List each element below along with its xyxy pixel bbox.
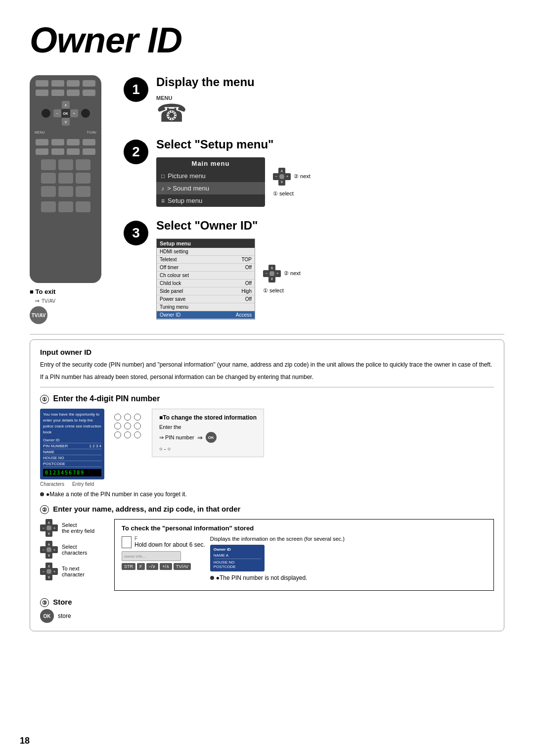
owner-id-screen: You now have the opportunity to enter yo… — [40, 409, 104, 479]
strip-btn-str[interactable]: STR — [122, 563, 135, 570]
nav-cross-chars: ∧ ∨ − + — [40, 541, 58, 559]
snc-center — [279, 174, 284, 179]
num-btn-6[interactable] — [76, 173, 90, 184]
step-3: 3 Select "Owner ID" Setup menu HDMI sett… — [124, 219, 504, 320]
remote-btn-13[interactable] — [36, 148, 48, 155]
ok-btn-store[interactable]: OK — [40, 609, 54, 623]
hold-down-row: F Hold down for about 6 sec. — [122, 536, 205, 548]
strip-btn-vol[interactable]: −/∨ — [146, 563, 159, 570]
remote-btn-3[interactable] — [67, 80, 80, 87]
info-box-text2: If a PIN number has already been stored,… — [40, 373, 494, 382]
menu-item-picture[interactable]: □ Picture menu — [156, 170, 265, 182]
menu-item-sound[interactable]: ♪ > Sound menu — [156, 182, 265, 194]
change-range: ○ - ○ — [159, 446, 257, 452]
num-btn-8[interactable] — [58, 186, 73, 197]
remote-btn-5[interactable] — [36, 90, 48, 96]
step-2-menu-display: Main menu □ Picture menu ♪ > Sound menu … — [156, 157, 504, 207]
num-btn-9[interactable] — [76, 186, 90, 197]
main-menu-box: Main menu □ Picture menu ♪ > Sound menu … — [156, 157, 265, 207]
num-btn-5[interactable] — [58, 173, 73, 184]
remote-btn-6[interactable] — [51, 90, 64, 96]
store-row: OK store — [40, 609, 494, 623]
picture-menu-label: Picture menu — [168, 172, 206, 180]
exit-btn-circle-row: TV/AV — [30, 306, 109, 324]
remote-btn-14[interactable] — [51, 148, 64, 155]
substep1-layout: You now have the opportunity to enter yo… — [40, 409, 494, 487]
dot-5 — [124, 423, 131, 429]
step-3-content: Select "Owner ID" Setup menu HDMI settin… — [156, 219, 504, 320]
info-divider — [40, 387, 494, 387]
arrow-seq: ⇒ PIN number ⇒ OK — [159, 432, 257, 443]
remote-btn-8[interactable] — [83, 90, 95, 96]
strip-btn-tvav[interactable]: TV/AV — [174, 563, 191, 570]
nav-instructions: ∧ ∨ − + Selectthe entry field ∧ ∨ − + — [40, 519, 104, 591]
bottom-btn-2[interactable] — [58, 201, 73, 212]
bottom-btn-3[interactable] — [76, 201, 90, 212]
ni3-right: + — [51, 568, 58, 575]
remote-circle-right[interactable] — [81, 109, 90, 118]
setup-row-ownerid[interactable]: Owner IDAccess — [157, 311, 255, 319]
menu-item-setup[interactable]: ≡ Setup menu — [156, 194, 265, 207]
remote-second-row — [34, 90, 97, 96]
num-btn-1[interactable] — [41, 159, 56, 170]
num-btn-3[interactable] — [76, 159, 90, 170]
nav-ok-btn[interactable]: OK — [60, 108, 71, 119]
bottom-btn-1[interactable] — [41, 201, 56, 212]
oid-small-name: NAME A — [214, 553, 261, 559]
num-btn-4[interactable] — [41, 173, 56, 184]
f-label: F — [134, 536, 205, 541]
setup-row-chcolour: Ch colour set — [157, 272, 255, 280]
info-box-title: Input owner ID — [40, 348, 494, 356]
info-box-text1: Entry of the security code (PIN number) … — [40, 360, 494, 370]
oid-row-house: HOUSE NO — [43, 455, 101, 461]
picture-icon: □ — [161, 173, 165, 180]
substep1-screen-area: You now have the opportunity to enter yo… — [40, 409, 104, 487]
info-box: Input owner ID Entry of the security cod… — [30, 339, 504, 631]
step3-hint-select: ① select — [263, 287, 301, 294]
step3-hint-next: ∧ ∨ − + ② next — [263, 265, 301, 283]
nav-instr-3-text: To nextcharacter — [62, 566, 85, 577]
remote-btn-16[interactable] — [83, 148, 95, 155]
strip-btn-vol2[interactable]: +/∧ — [160, 563, 172, 570]
remote-top-row — [34, 80, 97, 87]
char-label-chars: Characters — [40, 481, 64, 487]
remote-bottom-btns — [41, 201, 90, 212]
ni1-center — [46, 525, 51, 530]
num-btn-2[interactable] — [58, 159, 73, 170]
sub-step-2-title: ② Enter your name, address, and zip code… — [40, 505, 494, 514]
remote-btn-12[interactable] — [83, 139, 95, 145]
f-button-box[interactable] — [122, 536, 132, 548]
remote-btn-2[interactable] — [51, 80, 64, 87]
num-btn-7[interactable] — [41, 186, 56, 197]
substep1-circle: ① — [40, 395, 49, 404]
substep2-layout: ∧ ∨ − + Selectthe entry field ∧ ∨ − + — [40, 519, 494, 591]
ni3-center — [46, 569, 51, 574]
strip-btn-f[interactable]: F — [137, 563, 145, 570]
nav-right-btn[interactable]: + — [70, 109, 78, 117]
remote-btn-4[interactable] — [83, 80, 95, 87]
oid-screen-text: You now have the opportunity to enter yo… — [43, 412, 101, 435]
s3-snc-center — [269, 271, 274, 276]
remote-btn-10[interactable] — [51, 139, 64, 145]
change-info-title: ■To change the stored information — [159, 414, 257, 421]
remote-btn-15[interactable] — [67, 148, 80, 155]
remote-btn-9[interactable] — [36, 139, 48, 145]
setup-row-hdmi: HDMI setting — [157, 248, 255, 256]
nav-down-btn[interactable]: ∨ — [62, 118, 70, 126]
tv-av-button[interactable]: TV/AV — [30, 306, 47, 324]
ok-btn-change[interactable]: OK — [206, 432, 217, 443]
step-2: 2 Select "Setup menu" Main menu □ Pictur… — [124, 138, 504, 207]
pin-not-displayed-note: ●The PIN number is not displayed. — [210, 574, 345, 581]
dot-6 — [134, 423, 141, 429]
menu-hand-icon: ☎ — [156, 101, 187, 126]
tvav-label: TV/AV — [87, 131, 96, 134]
remote-btn-7[interactable] — [67, 90, 80, 96]
exit-btn-row: ⇒ TV/AV — [35, 297, 109, 304]
remote-btn-1[interactable] — [36, 80, 48, 87]
remote-btn-11[interactable] — [67, 139, 80, 145]
s3-snc-right: + — [274, 270, 281, 277]
nav-up-btn[interactable]: ∧ — [62, 101, 70, 109]
nav-left-btn[interactable]: − — [53, 109, 61, 117]
remote-circle-left[interactable] — [42, 109, 50, 118]
setup-row-powersave: Power saveOff — [157, 295, 255, 303]
